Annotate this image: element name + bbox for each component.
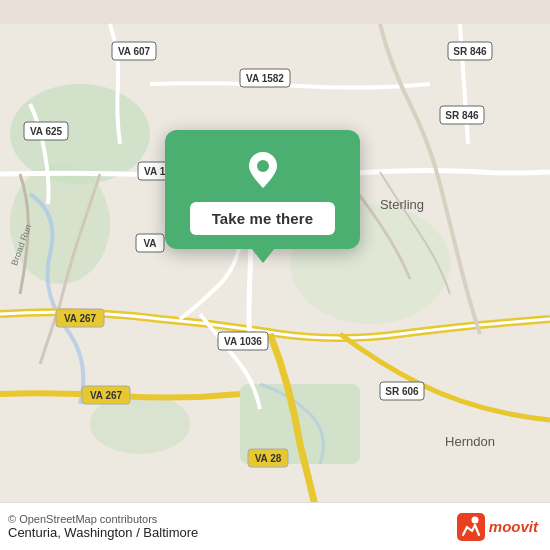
svg-text:VA 1036: VA 1036 <box>224 336 262 347</box>
svg-text:SR 846: SR 846 <box>445 110 479 121</box>
map-container: VA 607 VA 1582 SR 846 SR 846 VA 625 VA 1… <box>0 0 550 550</box>
svg-text:Sterling: Sterling <box>380 197 424 212</box>
location-title: Centuria, Washington / Baltimore <box>8 525 198 540</box>
map-svg: VA 607 VA 1582 SR 846 SR 846 VA 625 VA 1… <box>0 0 550 550</box>
moovit-text: moovit <box>489 518 538 535</box>
svg-rect-35 <box>457 513 485 541</box>
location-card: Take me there <box>165 130 360 249</box>
bottom-bar-left: © OpenStreetMap contributors Centuria, W… <box>8 513 198 540</box>
svg-text:VA 28: VA 28 <box>255 453 282 464</box>
svg-text:VA 267: VA 267 <box>64 313 97 324</box>
svg-text:SR 846: SR 846 <box>453 46 487 57</box>
svg-text:VA 625: VA 625 <box>30 126 63 137</box>
svg-text:VA: VA <box>143 238 156 249</box>
svg-point-36 <box>471 516 478 523</box>
svg-text:VA 267: VA 267 <box>90 390 123 401</box>
moovit-logo: moovit <box>457 513 538 541</box>
location-pin-icon <box>241 148 285 192</box>
svg-text:VA 607: VA 607 <box>118 46 151 57</box>
bottom-bar: © OpenStreetMap contributors Centuria, W… <box>0 502 550 550</box>
svg-text:Herndon: Herndon <box>445 434 495 449</box>
svg-point-34 <box>257 160 269 172</box>
attribution-text: © OpenStreetMap contributors <box>8 513 198 525</box>
svg-text:SR 606: SR 606 <box>385 386 419 397</box>
svg-text:VA 1582: VA 1582 <box>246 73 284 84</box>
take-me-there-button[interactable]: Take me there <box>190 202 336 235</box>
moovit-icon <box>457 513 485 541</box>
